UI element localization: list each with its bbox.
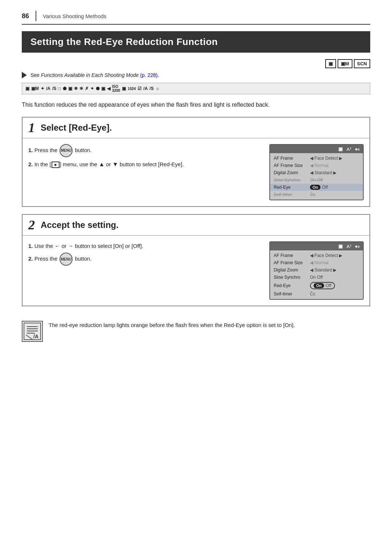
step-1-header: 1 Select [Red-Eye]. — [23, 118, 369, 138]
menu-value-redeye-2: On Off — [310, 282, 335, 289]
menu-row-zoom-1: Digital Zoom ◀ Standard ▶ — [270, 169, 363, 176]
cam-icon-2: ▣ — [338, 244, 343, 249]
menu-row-sync-1: Slow Synchro On Off — [270, 176, 363, 184]
camera-bracket-icon-1: ● — [52, 161, 60, 168]
step-2-instruction-1: 1. Use the ← or → button to select [On] … — [28, 241, 262, 251]
mode-sym-13: ⬢ — [96, 86, 99, 91]
note-icon: /A — [22, 321, 43, 342]
mode-sym-2: ▣M — [31, 86, 39, 91]
camera-screen-2-header: ▣ ⋏¹ ♠₀ — [270, 242, 363, 250]
cam-icon-y1: ⋏¹ — [346, 146, 351, 152]
menu-value-af-size-2: ◀ Normal — [310, 260, 328, 265]
menu-row-af-size-2: AF Frame Size ◀ Normal — [270, 259, 363, 266]
menu-value-zoom-2: ◀ Standard ▶ — [310, 267, 336, 273]
step-1-content: 1. Press the MENU button. 2. In the [●] … — [23, 138, 369, 206]
arrow-icon — [22, 72, 27, 78]
shooting-modes-bar: ▣ ▣M ✦ /A /S □ ⬟ ▣ ❄ ❊ ✗ ✦ ⬢ ▣ ◀ ISO3200… — [22, 83, 370, 94]
menu-row-redeye-1: Red-Eye On Off — [270, 184, 363, 191]
note-text: The red-eye reduction lamp lights orange… — [49, 321, 370, 330]
menu-row-sync-2: Slow Synchro On Off — [270, 274, 363, 281]
menu-label-redeye-2: Red-Eye — [274, 283, 310, 288]
svg-text:/A: /A — [33, 334, 38, 339]
mode-sym-10: ❊ — [79, 86, 83, 91]
menu-value-timer-2: Čc — [310, 291, 315, 297]
camera-screen-1: ▣ ⋏¹ ♠₀ AF Frame ◀ Face Detect ▶ AF Fram… — [269, 144, 364, 200]
step-2-title: Accept the setting. — [41, 220, 119, 230]
off-text-1: Off — [322, 185, 328, 190]
step-2-header: 2 Accept the setting. — [23, 215, 369, 236]
menu-button-1: MENU — [60, 144, 73, 157]
menu-row-zoom-2: Digital Zoom ◀ Standard ▶ — [270, 266, 363, 274]
mode-sym-1024: 1024 — [128, 87, 136, 91]
step-1-instruction-2: 2. In the [●] menu, use the ▲ or ▼ butto… — [28, 159, 262, 169]
menu-label-af-frame-2: AF Frame — [274, 253, 310, 258]
mode-sym-check: ☑ — [138, 86, 142, 91]
page-number: 86 — [22, 12, 29, 20]
page: 86 Various Shooting Methods Setting the … — [0, 0, 392, 552]
menu-value-af-size-1: ◀ Normal — [310, 163, 328, 168]
note-box: /A The red-eye reduction lamp lights ora… — [22, 315, 370, 348]
camera-screen-2: ▣ ⋏¹ ♠₀ AF Frame ◀ Face Detect ▶ AF Fram… — [269, 241, 364, 300]
menu-row-redeye-2: Red-Eye On Off — [270, 281, 363, 290]
step-2-number: 2 — [28, 218, 35, 232]
menu-row-timer-2: Self-timer Čc — [270, 290, 363, 298]
mode-sym-15: ◀ — [107, 86, 110, 91]
mode-sym-sun: ☼ — [155, 86, 159, 91]
step-1-instruction-1: 1. Press the MENU button. — [28, 144, 262, 157]
mode-icon-scn: SCN — [354, 59, 370, 68]
menu-label-timer-2: Self-timer — [274, 291, 310, 297]
menu-label-af-size-1: AF Frame Size — [274, 163, 310, 168]
mode-sym-1: ▣ — [25, 86, 29, 91]
mode-icon-m: ▣M — [338, 59, 352, 68]
mode-sym-9: ❄ — [74, 86, 78, 91]
cam-icon-1: ▣ — [338, 146, 343, 152]
on-off-circle-2: On Off — [310, 282, 335, 289]
mode-sym-16: ▣ — [122, 86, 126, 91]
cam-icon-y2: ⋏¹ — [346, 244, 351, 249]
menu-label-sync-1: Slow Synchro — [274, 177, 310, 183]
menu-value-af-frame-2: ◀ Face Detect ▶ — [310, 253, 342, 258]
menu-row-timer-1: Self-timer Čc — [270, 191, 363, 198]
menu-row-af-frame-2: AF Frame ◀ Face Detect ▶ — [270, 252, 363, 259]
step-2-instructions: 1. Use the ← or → button to select [On] … — [28, 241, 262, 268]
mode-sym-8: ▣ — [68, 86, 72, 91]
mode-sym-17: /A — [143, 86, 148, 91]
step-1-number: 1 — [28, 121, 35, 134]
step-2-instruction-2: 2. Press the MENU button. — [28, 253, 262, 266]
camera-screen-1-header: ▣ ⋏¹ ♠₀ — [270, 145, 363, 153]
menu-label-zoom-2: Digital Zoom — [274, 267, 310, 273]
menu-value-timer-1: Čc — [310, 192, 315, 197]
menu-value-sync-2: On Off — [310, 275, 323, 280]
menu-value-sync-1: On Off — [310, 177, 323, 183]
step-1-instructions: 1. Press the MENU button. 2. In the [●] … — [28, 144, 262, 171]
step-1-title: Select [Red-Eye]. — [41, 123, 112, 133]
mode-icons-row: ▣ ▣M SCN — [22, 59, 370, 68]
see-functions-row: See Functions Available in Each Shooting… — [22, 72, 370, 78]
see-functions-link[interactable]: (p. 228). — [140, 72, 159, 78]
mode-sym-3: ✦ — [41, 86, 44, 91]
mode-sym-18: /S — [150, 86, 154, 91]
menu-button-2: MENU — [60, 253, 73, 266]
mode-sym-7: ⬟ — [63, 86, 66, 91]
menu-row-af-frame-1: AF Frame ◀ Face Detect ▶ — [270, 155, 363, 162]
cam-icon-person2: ♠₀ — [355, 244, 359, 249]
page-separator — [36, 11, 36, 21]
mode-sym-11: ✗ — [85, 86, 89, 91]
mode-sym-14: ▣ — [101, 86, 105, 91]
section-title: Setting the Red-Eye Reduction Function — [22, 31, 370, 53]
mode-sym-12: ✦ — [90, 86, 94, 91]
menu-label-af-frame-1: AF Frame — [274, 156, 310, 161]
on-badge-1: On — [310, 185, 320, 190]
section-label: Various Shooting Methods — [43, 13, 106, 19]
on-badge-2: On — [314, 283, 324, 288]
step-1-section: 1 Select [Red-Eye]. 1. Press the MENU bu… — [22, 117, 370, 207]
camera-menu-rows-2: AF Frame ◀ Face Detect ▶ AF Frame Size ◀… — [270, 250, 363, 299]
note-icon-svg: /A — [23, 322, 41, 340]
camera-menu-rows-1: AF Frame ◀ Face Detect ▶ AF Frame Size ◀… — [270, 153, 363, 200]
page-header: 86 Various Shooting Methods — [22, 11, 370, 25]
off-text-2: Off — [326, 283, 331, 288]
menu-row-af-size-1: AF Frame Size ◀ Normal — [270, 162, 363, 169]
mode-sym-iso: ISO3200 — [112, 85, 120, 93]
menu-label-zoom-1: Digital Zoom — [274, 170, 310, 175]
menu-label-timer-1: Self-timer — [274, 192, 310, 197]
